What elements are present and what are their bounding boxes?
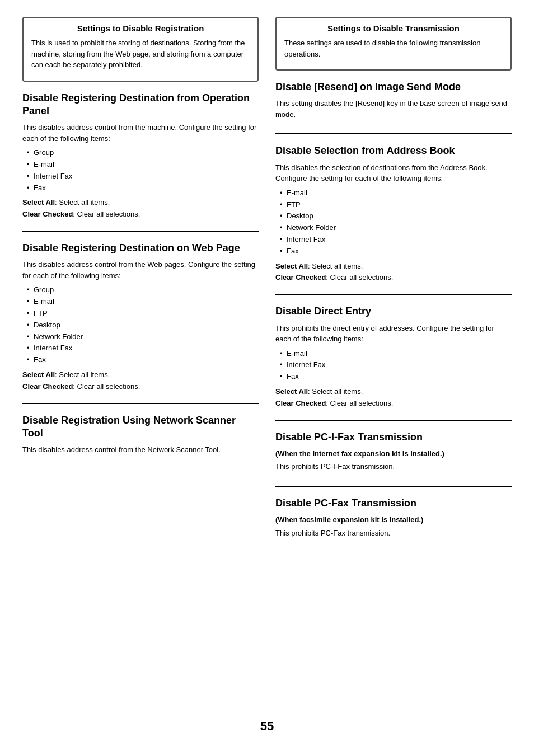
list-item: E-mail: [27, 159, 259, 171]
section-title-resend: Disable [Resend] on Image Send Mode: [275, 81, 512, 93]
list-item: Network Folder: [280, 222, 512, 234]
bullet-list-web-page: Group E-mail FTP Desktop Network Folder …: [22, 284, 259, 366]
list-item: E-mail: [27, 296, 259, 308]
settings-disable-transmission-title: Settings to Disable Transmission: [284, 24, 503, 33]
clear-checked-text: : Clear all selections.: [73, 382, 140, 391]
page-number: 55: [22, 713, 512, 734]
left-column: Settings to Disable Registration This is…: [22, 17, 259, 702]
clear-checked-label: Clear Checked: [22, 210, 73, 218]
select-all-label: Select All: [22, 370, 55, 379]
clear-checked-label: Clear Checked: [275, 399, 326, 407]
clear-checked-text: : Clear all selections.: [73, 210, 140, 218]
list-item: Desktop: [27, 320, 259, 331]
section-title-direct-entry: Disable Direct Entry: [275, 305, 512, 318]
section-title-op-panel: Disable Registering Destination from Ope…: [22, 92, 259, 118]
section-disable-pc-fax: Disable PC-Fax Transmission (When facsim…: [275, 497, 512, 552]
select-all-text: : Select all items.: [55, 370, 110, 379]
section-disable-direct-entry: Disable Direct Entry This prohibits the …: [275, 305, 512, 420]
settings-disable-registration-body: This is used to prohibit the storing of …: [31, 37, 250, 71]
section-title-pci-fax: Disable PC-I-Fax Transmission: [275, 431, 512, 444]
list-item: Internet Fax: [27, 342, 259, 354]
select-all-text: : Select all items.: [308, 387, 363, 396]
bullet-list-direct-entry: E-mail Internet Fax Fax: [275, 348, 512, 383]
section-body-web-page: This disables address control from the W…: [22, 259, 259, 281]
section-title-address-book: Disable Selection from Address Book: [275, 144, 512, 157]
select-all-label: Select All: [22, 198, 55, 206]
list-item: Group: [27, 147, 259, 159]
select-all-text: : Select all items.: [55, 198, 110, 206]
bullet-list-op-panel: Group E-mail Internet Fax Fax: [22, 147, 259, 194]
section-title-network-scanner: Disable Registration Using Network Scann…: [22, 414, 259, 440]
section-body-network-scanner: This disables address control from the N…: [22, 444, 259, 456]
bullet-list-address-book: E-mail FTP Desktop Network Folder Intern…: [275, 187, 512, 257]
list-item: FTP: [280, 199, 512, 211]
clear-checked-text: : Clear all selections.: [326, 273, 393, 281]
select-all-label: Select All: [275, 262, 308, 270]
list-item: FTP: [27, 308, 259, 320]
section-body-pc-fax: This prohibits PC-Fax transmission.: [275, 528, 512, 539]
page: Settings to Disable Registration This is…: [0, 0, 534, 756]
section-body-direct-entry: This prohibits the direct entry of addre…: [275, 323, 512, 345]
section-subtitle-pc-fax: (When facsimile expansion kit is install…: [275, 514, 512, 525]
section-body-resend: This setting disables the [Resend] key i…: [275, 98, 512, 120]
clear-checked-label: Clear Checked: [22, 382, 73, 391]
list-item: Fax: [27, 354, 259, 366]
clear-checked-label: Clear Checked: [275, 273, 326, 281]
section-disable-resend: Disable [Resend] on Image Send Mode This…: [275, 81, 512, 134]
list-item: E-mail: [280, 348, 512, 360]
settings-disable-registration-box: Settings to Disable Registration This is…: [22, 17, 259, 82]
list-item: Internet Fax: [280, 234, 512, 246]
two-column-layout: Settings to Disable Registration This is…: [22, 17, 512, 702]
section-body-pci-fax: This prohibits PC-I-Fax transmission.: [275, 461, 512, 472]
settings-disable-registration-title: Settings to Disable Registration: [31, 24, 250, 33]
list-item: Network Folder: [27, 331, 259, 343]
settings-disable-transmission-body: These settings are used to disable the f…: [284, 37, 503, 59]
section-disable-selection-address-book: Disable Selection from Address Book This…: [275, 144, 512, 295]
clear-checked-text: : Clear all selections.: [326, 399, 393, 407]
list-item: Fax: [280, 371, 512, 383]
section-subtitle-pci-fax: (When the Internet fax expansion kit is …: [275, 448, 512, 459]
section-body-address-book: This disables the selection of destinati…: [275, 162, 512, 184]
section-disable-pci-fax: Disable PC-I-Fax Transmission (When the …: [275, 431, 512, 487]
section-title-pc-fax: Disable PC-Fax Transmission: [275, 497, 512, 510]
select-clear-web-page: Select All: Select all items. Clear Chec…: [22, 369, 259, 393]
list-item: Fax: [27, 182, 259, 194]
list-item: E-mail: [280, 187, 512, 199]
list-item: Internet Fax: [280, 359, 512, 371]
select-clear-op-panel: Select All: Select all items. Clear Chec…: [22, 197, 259, 220]
list-item: Internet Fax: [27, 171, 259, 182]
section-body-op-panel: This disables address control from the m…: [22, 122, 259, 144]
section-title-web-page: Disable Registering Destination on Web P…: [22, 242, 259, 255]
list-item: Desktop: [280, 210, 512, 222]
select-all-text: : Select all items.: [308, 262, 363, 270]
list-item: Fax: [280, 246, 512, 257]
select-all-label: Select All: [275, 387, 308, 396]
settings-disable-transmission-box: Settings to Disable Transmission These s…: [275, 17, 512, 71]
select-clear-direct-entry: Select All: Select all items. Clear Chec…: [275, 386, 512, 410]
section-disable-registering-op-panel: Disable Registering Destination from Ope…: [22, 92, 259, 232]
section-disable-registering-web-page: Disable Registering Destination on Web P…: [22, 242, 259, 404]
section-disable-registration-network-scanner: Disable Registration Using Network Scann…: [22, 414, 259, 469]
right-column: Settings to Disable Transmission These s…: [275, 17, 512, 702]
list-item: Group: [27, 284, 259, 296]
select-clear-address-book: Select All: Select all items. Clear Chec…: [275, 261, 512, 284]
